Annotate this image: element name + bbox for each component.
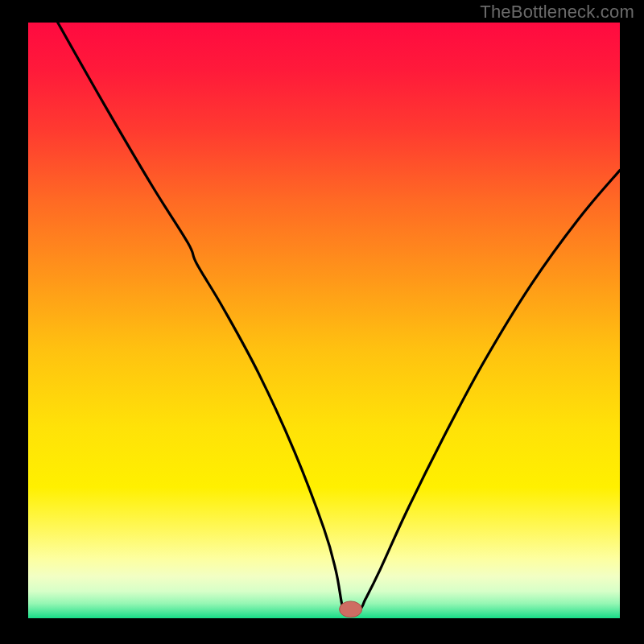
chart-frame: { "watermark": "TheBottleneck.com", "plo… bbox=[0, 0, 644, 644]
plot-area bbox=[28, 23, 620, 618]
bottleneck-chart bbox=[0, 0, 644, 644]
watermark-text: TheBottleneck.com bbox=[480, 2, 634, 23]
optimal-point-marker bbox=[340, 601, 362, 617]
